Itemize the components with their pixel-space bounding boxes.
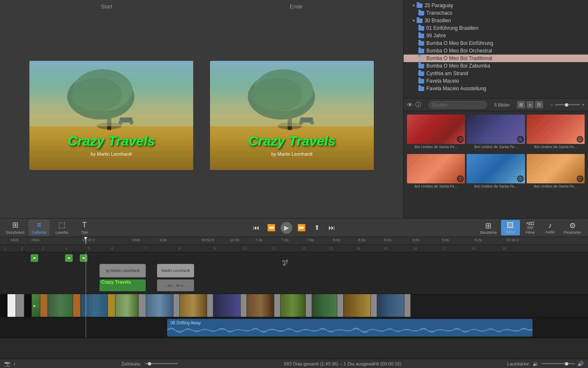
- rt-parameter[interactable]: ⚙ Parameter: [560, 220, 585, 236]
- video-clip-tr11[interactable]: [404, 294, 411, 317]
- tree-item-bumba-trad[interactable]: Bumba O Meo Boi Traditional: [404, 55, 588, 62]
- share-btn[interactable]: ⏭: [326, 222, 338, 234]
- video-clip-black[interactable]: [0, 294, 8, 317]
- thumb-label-4: Boi Unidos de Santa Fe...: [407, 184, 465, 188]
- thumb-item-2[interactable]: ⓘ Boi Unidos de Santa Fe...: [467, 115, 525, 152]
- video-clip-tr3[interactable]: [139, 294, 146, 317]
- video-clip-tr4[interactable]: [173, 294, 180, 317]
- list-view-btn[interactable]: ≡: [527, 101, 533, 108]
- tree-item-einfuehrung[interactable]: 01 Einführung Brasilien: [404, 24, 588, 32]
- back-btn[interactable]: ⏪: [265, 222, 277, 234]
- video-clip-night[interactable]: [213, 294, 241, 317]
- status-left: 📷 ♪: [4, 361, 16, 367]
- forward-btn[interactable]: ⏩: [296, 222, 307, 234]
- video-clip-gray[interactable]: [16, 294, 24, 317]
- folder-icon: [417, 3, 423, 8]
- rt-bilder[interactable]: 🖼 Bilder: [501, 220, 520, 235]
- tree-item-brasilien[interactable]: ▼ 30 Brasilien: [404, 17, 588, 24]
- video-clip-white[interactable]: [8, 294, 16, 317]
- ruler-mark-1: Klick: [10, 238, 18, 242]
- tool-storyboard[interactable]: ⊞ Storyboard: [3, 219, 27, 236]
- preview-frame-end[interactable]: Crazy Travels by Martin Leonhardt: [210, 61, 374, 170]
- play-btn[interactable]: ▶: [281, 222, 292, 234]
- detail-view-btn[interactable]: ⊟: [535, 101, 543, 108]
- title-clip-small[interactable]: ...ion... de la...: [157, 279, 194, 291]
- rewind-btn[interactable]: ⏮: [250, 222, 262, 234]
- video-clip-tr10[interactable]: [371, 294, 377, 317]
- video-clip-black2[interactable]: [24, 294, 32, 317]
- tree-item-bumba-zab[interactable]: Bumba O Meo Boi Zabumba: [404, 62, 588, 70]
- video-clip-tr7[interactable]: [274, 294, 281, 317]
- video-clip-blue[interactable]: [377, 294, 404, 317]
- info-icon[interactable]: ⓘ: [415, 101, 421, 109]
- thumb-item-1[interactable]: ⓘ Boi Unidos de Santa Fe...: [407, 115, 465, 152]
- audio-clip[interactable]: 08 Drifting Away: [167, 319, 533, 337]
- thumb-item-5[interactable]: ⓘ Boi Unidos de Santa Fe...: [467, 154, 525, 192]
- tree-item-transchaco[interactable]: Transchaco: [404, 9, 588, 17]
- title-clip-subtitle[interactable]: by Martin Leonhardt: [100, 264, 146, 277]
- eye-icon[interactable]: 👁: [407, 102, 413, 108]
- grid-view-btn[interactable]: ⊞: [517, 101, 525, 108]
- marker-icon-3[interactable]: [80, 254, 87, 262]
- triangle-icon: ▼: [412, 19, 415, 23]
- thumb-item-6[interactable]: ⓘ Boi Unidos de Santa Fe...: [527, 154, 585, 192]
- rt-filme[interactable]: 🎬 Filme: [521, 220, 540, 236]
- video-clip-tr6[interactable]: [241, 294, 247, 317]
- scale-slider[interactable]: [144, 363, 178, 364]
- video-clip-forest[interactable]: [312, 294, 337, 317]
- tree-item-cynthia[interactable]: Cynthia am Strand: [404, 70, 588, 77]
- title-clip-crazy-travels[interactable]: Crazy Travels: [100, 279, 146, 291]
- plus-icon[interactable]: +: [582, 102, 585, 108]
- video-clip-tr5[interactable]: [207, 294, 213, 317]
- rt-bausteine[interactable]: ⊞ Bausteine: [477, 220, 500, 236]
- rt-audio[interactable]: ♪ Audio: [541, 220, 559, 235]
- video-clip-tr1[interactable]: [73, 294, 81, 317]
- video-clip-tr8[interactable]: [306, 294, 312, 317]
- folder-icon: [418, 26, 424, 31]
- volume-slider[interactable]: [541, 363, 575, 364]
- tree-item-99jahre[interactable]: 99 Jahre: [404, 32, 588, 39]
- ruler-mark-13: 8,0s: [384, 238, 391, 242]
- size-slider[interactable]: [555, 104, 580, 105]
- tool-zeitleiste[interactable]: ≡ Zeitleiste: [29, 219, 50, 236]
- status-text: 583 Dias gesamt (1:40:36) – 1 Dia ausgew…: [284, 361, 401, 366]
- tree-item-bumba-einf[interactable]: Bumba O Meo Boi Einführung: [404, 39, 588, 47]
- video-clip-sky[interactable]: [146, 294, 173, 317]
- status-center: 583 Dias gesamt (1:40:36) – 1 Dia ausgew…: [284, 361, 401, 366]
- thumb-item-3[interactable]: ⓘ Boi Unidos de Santa Fe...: [527, 115, 585, 152]
- video-clip-green-thumb[interactable]: ▶: [32, 294, 40, 317]
- video-clip-green2[interactable]: [281, 294, 306, 317]
- folder-icon: [418, 41, 424, 46]
- tree-item-bumba-orch[interactable]: Bumba O Meo Boi Orchestral: [404, 47, 588, 55]
- video-clip-sunset[interactable]: [344, 294, 371, 317]
- tool-titel[interactable]: T Titel: [74, 219, 95, 236]
- title-clip-name[interactable]: Martin Leonhardt: [157, 264, 194, 277]
- folder-icon: [418, 71, 424, 76]
- tool-leerdia[interactable]: ⬚ Leerdia: [51, 219, 72, 236]
- tree-item-favela[interactable]: Favela Maceio: [404, 77, 588, 85]
- preview-frame-start[interactable]: Crazy Travels by Martin Leonhardt: [29, 61, 193, 170]
- thumb-item-4[interactable]: ⓘ Boi Unidos de Santa Fe...: [407, 154, 465, 192]
- video-clip-field[interactable]: [116, 294, 139, 317]
- marker-icon-1[interactable]: [31, 254, 38, 262]
- status-bar: 📷 ♪ Zeitskala: 583 Dias gesamt (1:40:36)…: [0, 359, 588, 368]
- status-music-icon: ♪: [13, 361, 16, 367]
- audio-track: 08 Drifting Away: [0, 317, 588, 338]
- tree-item-favela-aus[interactable]: Favela Maceio Ausstellung: [404, 85, 588, 92]
- marker-icon-2[interactable]: [65, 254, 73, 262]
- minus-icon[interactable]: −: [550, 102, 553, 108]
- video-clip-tr9[interactable]: [337, 294, 344, 317]
- tree-item-paraguay[interactable]: ▼ 25 Paraguay: [404, 2, 588, 9]
- right-toolbar: ⊞ Bausteine 🖼 Bilder 🎬 Filme ♪ Audio ⚙ P…: [477, 220, 588, 236]
- export-btn[interactable]: ⬆: [311, 222, 323, 234]
- volume-down-icon: 🔉: [533, 361, 539, 367]
- video-clip-tr2[interactable]: [108, 294, 116, 317]
- search-input[interactable]: [428, 101, 487, 109]
- video-clip-warm[interactable]: [247, 294, 274, 317]
- video-clip-orange[interactable]: [40, 294, 48, 317]
- video-clip-desert[interactable]: [180, 294, 207, 317]
- video-clip-landscape[interactable]: [48, 294, 73, 317]
- storyboard-icon: ⊞: [12, 221, 18, 230]
- thumb-label-1: Boi Unidos de Santa Fe...: [407, 145, 465, 149]
- video-clip-ocean[interactable]: [81, 294, 108, 317]
